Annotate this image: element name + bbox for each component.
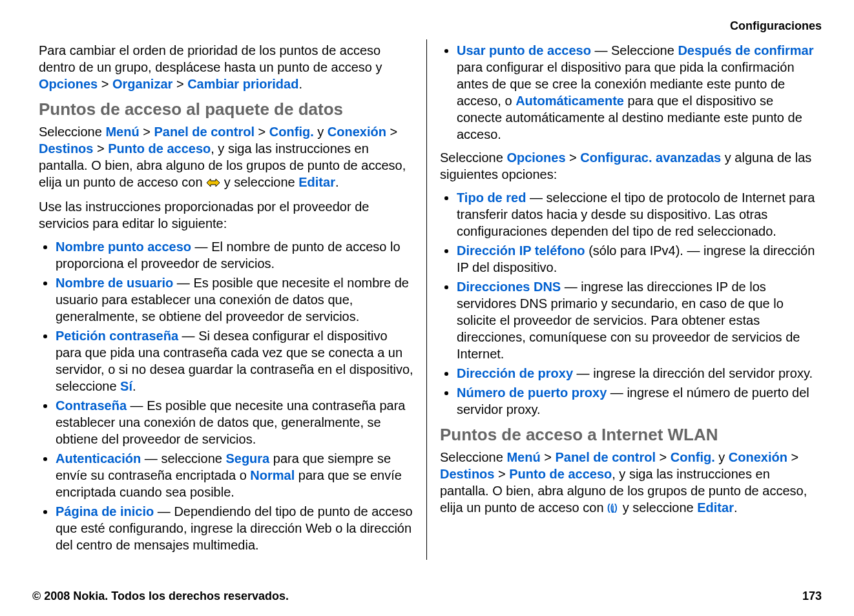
- select-advanced-paragraph: Seleccione Opciones > Configurac. avanza…: [440, 149, 815, 183]
- separator: >: [390, 125, 398, 139]
- heading-puntos-datos: Puntos de acceso al paquete de datos: [39, 99, 413, 121]
- text: y: [317, 125, 328, 139]
- dash: —: [127, 398, 147, 413]
- text: .: [335, 175, 339, 189]
- list-item: Contraseña — Es posible que necesite una…: [56, 397, 413, 447]
- list-item: Número de puerto proxy — ingrese el núme…: [457, 384, 815, 418]
- link-menu: Menú: [506, 450, 540, 464]
- bidirectional-arrow-icon: [206, 175, 220, 192]
- two-column-layout: Para cambiar el orden de prioridad de lo…: [32, 39, 822, 560]
- link-punto-acceso: Punto de acceso: [108, 141, 211, 156]
- wlan-antenna-icon: ((): [607, 500, 619, 517]
- svg-text:): ): [614, 502, 618, 513]
- link-config: Config.: [269, 125, 314, 139]
- list-item: Usar punto de acceso — Seleccione Despué…: [457, 42, 815, 143]
- select-path-paragraph: Seleccione Menú > Panel de control > Con…: [39, 123, 413, 192]
- text: .: [132, 379, 136, 393]
- dash: —: [591, 43, 611, 57]
- dash: —: [526, 190, 546, 205]
- term-autenticacion: Autenticación: [56, 451, 141, 466]
- separator: >: [544, 450, 555, 464]
- separator: >: [101, 77, 112, 91]
- separator: >: [258, 125, 269, 139]
- term-peticion-contrasena: Petición contraseña: [56, 329, 178, 343]
- term-nombre-punto-acceso: Nombre punto acceso: [56, 240, 191, 254]
- term-direccion-ip-telefono: Dirección IP teléfono: [457, 243, 585, 258]
- wlan-select-paragraph: Seleccione Menú > Panel de control > Con…: [440, 449, 815, 517]
- separator: >: [569, 150, 580, 165]
- link-si: Sí: [120, 379, 132, 393]
- left-column: Para cambiar el orden de prioridad de lo…: [32, 39, 427, 560]
- copyright-text: © 2008 Nokia. Todos los derechos reserva…: [32, 590, 289, 603]
- link-opciones: Opciones: [39, 77, 98, 91]
- text: Seleccione: [440, 150, 506, 165]
- list-item: Petición contraseña — Si desea configura…: [56, 327, 413, 395]
- text: y seleccione: [619, 500, 697, 515]
- heading-puntos-wlan: Puntos de acceso a Internet WLAN: [440, 424, 815, 446]
- link-menu: Menú: [105, 125, 139, 139]
- link-configurac-avanzadas: Configurac. avanzadas: [580, 150, 721, 165]
- link-despues-confirmar: Después de confirmar: [678, 43, 813, 57]
- intro-paragraph: Para cambiar el orden de prioridad de lo…: [39, 42, 413, 92]
- link-punto-acceso: Punto de acceso: [509, 467, 612, 481]
- dash: —: [191, 240, 211, 254]
- link-cambiar-prioridad: Cambiar prioridad: [187, 77, 298, 91]
- list-item: Tipo de red — seleccione el tipo de prot…: [457, 189, 815, 240]
- right-column: Usar punto de acceso — Seleccione Despué…: [427, 39, 822, 560]
- link-normal: Normal: [250, 468, 295, 482]
- text: Seleccione: [611, 43, 678, 57]
- link-conexion: Conexión: [328, 125, 386, 139]
- text: .: [298, 77, 302, 91]
- link-editar: Editar: [697, 500, 734, 515]
- advanced-options-list: Tipo de red — seleccione el tipo de prot…: [440, 189, 815, 418]
- list-item: Direcciones DNS — ingrese las direccione…: [457, 278, 815, 362]
- term-nombre-usuario: Nombre de usuario: [56, 276, 173, 290]
- list-item: Dirección IP teléfono (sólo para IPv4). …: [457, 242, 815, 276]
- list-item: Nombre punto acceso — El nombre de punto…: [56, 238, 413, 272]
- text: Seleccione: [39, 125, 105, 139]
- term-tipo-red: Tipo de red: [457, 190, 526, 205]
- text: Para cambiar el orden de prioridad de lo…: [39, 43, 382, 74]
- term-usar-punto-acceso: Usar punto de acceso: [457, 43, 591, 57]
- dash: —: [607, 385, 627, 400]
- text: Seleccione: [440, 450, 506, 464]
- link-opciones: Opciones: [506, 150, 565, 165]
- svg-text:((: ((: [607, 502, 614, 513]
- dash: —: [154, 504, 174, 518]
- list-item: Autenticación — seleccione Segura para q…: [56, 450, 413, 500]
- term-contrasena: Contraseña: [56, 398, 127, 413]
- dash: —: [141, 451, 161, 466]
- separator: >: [498, 467, 509, 481]
- term-numero-puerto-proxy: Número de puerto proxy: [457, 385, 607, 400]
- dash: —: [173, 276, 193, 290]
- list-item: Dirección de proxy — ingrese la direcció…: [457, 365, 815, 382]
- link-editar: Editar: [298, 175, 335, 189]
- text: y seleccione: [220, 175, 298, 189]
- list-item: Página de inicio — Dependiendo del tipo …: [56, 503, 413, 553]
- instructions-paragraph: Use las instrucciones proporcionadas por…: [39, 198, 413, 232]
- link-destinos: Destinos: [440, 467, 494, 481]
- link-panel-control: Panel de control: [555, 450, 656, 464]
- term-direcciones-dns: Direcciones DNS: [457, 280, 561, 294]
- link-destinos: Destinos: [39, 141, 93, 156]
- link-conexion: Conexión: [729, 450, 787, 464]
- text: .: [734, 500, 738, 515]
- text: ingrese la dirección del servidor proxy.: [593, 366, 813, 380]
- options-list-right-top: Usar punto de acceso — Seleccione Despué…: [440, 42, 815, 143]
- term-pagina-inicio: Página de inicio: [56, 504, 154, 518]
- separator: >: [660, 450, 671, 464]
- page-footer: © 2008 Nokia. Todos los derechos reserva…: [32, 590, 822, 603]
- document-page: Configuraciones Para cambiar el orden de…: [0, 0, 854, 616]
- link-automaticamente: Automáticamente: [516, 94, 624, 108]
- dash: —: [573, 366, 593, 380]
- separator: >: [143, 125, 154, 139]
- text: y: [718, 450, 729, 464]
- link-organizar: Organizar: [112, 77, 172, 91]
- separator: >: [97, 141, 108, 156]
- separator: >: [176, 77, 187, 91]
- dash: —: [178, 329, 198, 343]
- header-section-title: Configuraciones: [32, 19, 822, 33]
- list-item: Nombre de usuario — Es posible que neces…: [56, 274, 413, 325]
- link-segura: Segura: [225, 451, 269, 466]
- link-panel-control: Panel de control: [154, 125, 255, 139]
